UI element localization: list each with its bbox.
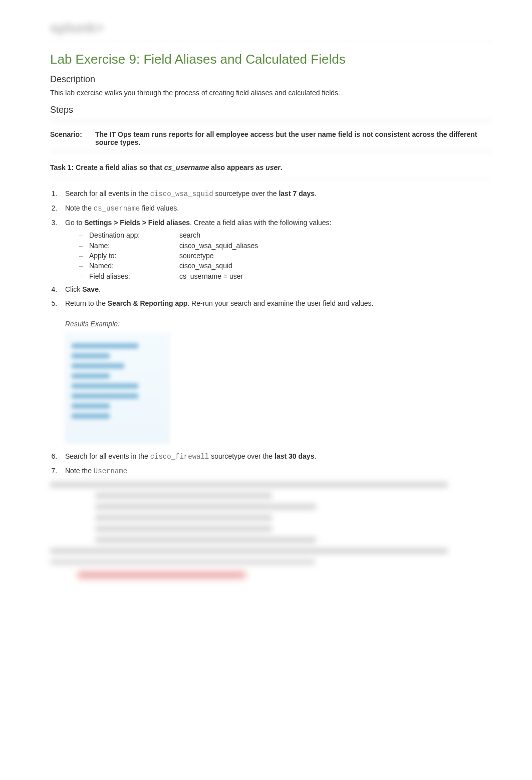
s1-code: cisco_wsa_squid bbox=[150, 190, 213, 198]
s5-b: . Re-run your search and examine the use… bbox=[187, 299, 373, 307]
logo-text: splunk> bbox=[50, 20, 104, 36]
band-2 bbox=[50, 150, 492, 152]
header-divider bbox=[50, 41, 492, 42]
kv-key-4: Field aliases: bbox=[89, 271, 179, 281]
ordered-steps: Search for all events in the cisco_wsa_s… bbox=[50, 188, 492, 477]
scenario-text: The IT Ops team runs reports for all emp… bbox=[95, 130, 492, 146]
results-example-image bbox=[65, 334, 169, 443]
s6-a: Search for all events in the bbox=[65, 452, 150, 460]
kv-key-0: Destination app: bbox=[89, 230, 179, 240]
logo: splunk> bbox=[50, 20, 492, 36]
kv-key-3: Named: bbox=[89, 261, 179, 271]
kv-key-1: Name: bbox=[89, 241, 179, 251]
kv-row-3: –Named:cisco_wsa_squid bbox=[79, 261, 492, 271]
kv-row-1: –Name:cisco_wsa_squid_aliases bbox=[79, 241, 492, 251]
s2-a: Note the bbox=[65, 204, 94, 212]
s6-c: . bbox=[314, 452, 316, 460]
task1-heading: Task 1: Create a field alias so that cs_… bbox=[50, 163, 492, 171]
s5-a: Return to the bbox=[65, 299, 108, 307]
step-4: Click Save. bbox=[59, 284, 492, 295]
step-2: Note the cs_username field values. bbox=[59, 203, 492, 215]
kv-val-2: sourcetype bbox=[179, 251, 492, 261]
step-3: Go to Settings > Fields > Field aliases.… bbox=[59, 218, 492, 281]
scenario-row: Scenario: The IT Ops team runs reports f… bbox=[50, 130, 492, 146]
s1-c: . bbox=[315, 189, 317, 198]
s6-b: sourcetype over the bbox=[209, 452, 275, 460]
s6-code: cisco_firewall bbox=[150, 453, 209, 461]
dash-icon: – bbox=[79, 271, 89, 281]
description-text: This lab exercise walks you through the … bbox=[50, 88, 492, 98]
kv-val-3: cisco_wsa_squid bbox=[179, 261, 492, 271]
s4-bold: Save bbox=[82, 285, 99, 293]
dash-icon: – bbox=[79, 241, 89, 251]
kv-row-4: –Field aliases:cs_username = user bbox=[79, 271, 492, 281]
dash-icon: – bbox=[79, 230, 89, 240]
s6-bold: last 30 days bbox=[275, 452, 314, 460]
steps-heading: Steps bbox=[50, 105, 492, 115]
kv-row-2: –Apply to:sourcetype bbox=[79, 251, 492, 261]
kv-val-4: cs_username = user bbox=[179, 271, 492, 281]
step-7: Note the Username bbox=[59, 466, 492, 477]
scenario-label: Scenario: bbox=[50, 130, 95, 146]
kv-list: –Destination app:search –Name:cisco_wsa_… bbox=[79, 230, 492, 281]
s3-b: . Create a field alias with the followin… bbox=[190, 219, 331, 227]
kv-key-2: Apply to: bbox=[89, 251, 179, 261]
redacted-red-text bbox=[78, 572, 245, 578]
task1-code2: user bbox=[265, 163, 281, 171]
s5-bold: Search & Reporting app bbox=[108, 299, 187, 307]
page-title: Lab Exercise 9: Field Aliases and Calcul… bbox=[50, 52, 492, 67]
s7-code: Username bbox=[94, 467, 127, 475]
dash-icon: – bbox=[79, 251, 89, 261]
s7-a: Note the bbox=[65, 467, 94, 475]
kv-val-0: search bbox=[179, 230, 492, 240]
s1-a: Search for all events in the bbox=[65, 189, 150, 198]
band-3 bbox=[50, 178, 492, 179]
kv-val-1: cisco_wsa_squid_aliases bbox=[179, 241, 492, 251]
s4-a: Click bbox=[65, 285, 82, 293]
step-6: Search for all events in the cisco_firew… bbox=[59, 451, 492, 463]
task1-code1: cs_username bbox=[164, 163, 209, 171]
s3-bold: Settings > Fields > Field aliases bbox=[84, 219, 190, 227]
step-1: Search for all events in the cisco_wsa_s… bbox=[59, 188, 492, 200]
s1-b: sourcetype over the bbox=[213, 189, 279, 198]
task1-prefix: Task 1: Create a field alias so that bbox=[50, 163, 164, 171]
task1-suffix: . bbox=[281, 163, 283, 171]
s3-a: Go to bbox=[65, 219, 84, 227]
dash-icon: – bbox=[79, 261, 89, 271]
results-label: Results Example: bbox=[65, 319, 492, 330]
description-heading: Description bbox=[50, 74, 492, 85]
kv-row-0: –Destination app:search bbox=[79, 230, 492, 240]
redacted-content bbox=[50, 482, 492, 578]
s2-code: cs_username bbox=[94, 205, 140, 213]
s4-b: . bbox=[99, 285, 101, 293]
s1-bold: last 7 days bbox=[279, 189, 315, 198]
task1-mid: also appears as bbox=[209, 163, 265, 171]
band-1 bbox=[50, 119, 492, 121]
s2-b: field values. bbox=[140, 204, 179, 212]
step-5: Return to the Search & Reporting app. Re… bbox=[59, 298, 492, 443]
